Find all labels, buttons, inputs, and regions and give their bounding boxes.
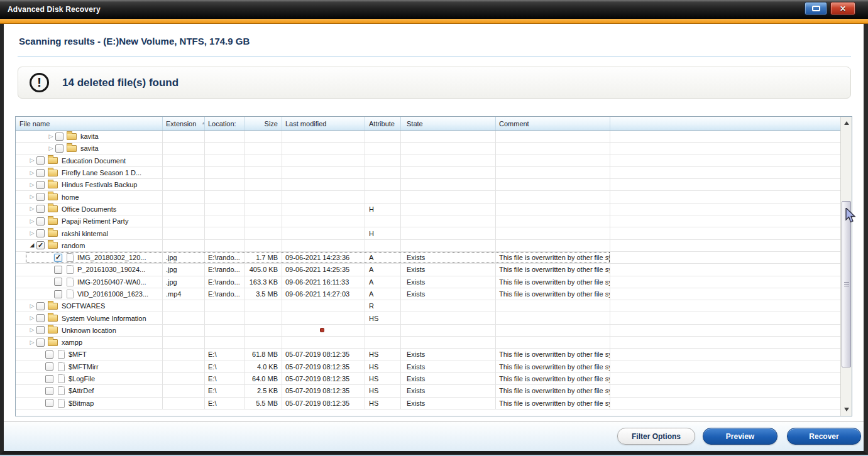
tree-expand-icon[interactable]: ▷ bbox=[28, 303, 36, 309]
restore-button[interactable] bbox=[805, 2, 827, 15]
row-checkbox[interactable] bbox=[45, 387, 53, 395]
scroll-down-button[interactable] bbox=[841, 404, 852, 415]
column-header-size[interactable]: Size bbox=[244, 117, 282, 130]
row-checkbox[interactable] bbox=[45, 362, 53, 371]
row-checkbox[interactable] bbox=[36, 181, 45, 189]
row-checkbox[interactable] bbox=[36, 339, 45, 347]
row-checkbox[interactable] bbox=[36, 217, 45, 225]
row-checkbox[interactable] bbox=[54, 278, 62, 286]
folder-icon bbox=[67, 145, 77, 152]
row-checkbox[interactable] bbox=[36, 302, 45, 310]
row-checkbox[interactable] bbox=[45, 375, 53, 383]
row-checkbox[interactable] bbox=[54, 266, 62, 274]
close-button[interactable]: ✕ bbox=[830, 2, 855, 15]
cell-filler bbox=[610, 264, 840, 275]
cell-size bbox=[244, 325, 282, 336]
table-row[interactable]: $MFTMirrE:\4.0 KB05-07-2019 08:12:35HSEx… bbox=[16, 361, 840, 373]
tree-expand-icon[interactable]: ▷ bbox=[28, 340, 36, 345]
column-header-ext[interactable]: Extension▲ bbox=[163, 117, 205, 130]
cell-comment bbox=[496, 337, 610, 348]
table-row[interactable]: ▷rakshi kinternalH bbox=[16, 227, 840, 239]
row-label: $MFTMirr bbox=[69, 363, 99, 371]
table-row[interactable]: ▷System Volume InformationHS bbox=[16, 312, 840, 324]
table-row[interactable]: IMG_20180302_120....jpgE:\rando...1.7 MB… bbox=[16, 252, 840, 264]
tree-expand-icon[interactable]: ▷ bbox=[47, 134, 55, 139]
column-header-comment[interactable]: Comment bbox=[496, 117, 610, 130]
filter-options-button[interactable]: Filter Options bbox=[617, 428, 695, 445]
table-row[interactable]: P_20161030_19024....jpgE:\rando...405.0 … bbox=[16, 264, 840, 276]
row-checkbox[interactable] bbox=[36, 326, 45, 334]
row-checkbox[interactable] bbox=[54, 290, 62, 298]
table-row[interactable]: ▷Papaji Retiment Party bbox=[16, 215, 840, 227]
tree-expand-icon[interactable]: ▷ bbox=[28, 182, 36, 188]
cell-filler bbox=[610, 143, 840, 154]
folder-icon bbox=[48, 182, 58, 188]
cell-filler bbox=[610, 373, 840, 384]
table-row[interactable]: ▷Education Document bbox=[16, 155, 840, 167]
tree-collapse-icon[interactable]: ◢ bbox=[28, 242, 36, 248]
recover-button[interactable]: Recover bbox=[787, 428, 861, 445]
table-row[interactable]: $AttrDefE:\2.5 KB05-07-2019 08:12:35HSEx… bbox=[16, 385, 840, 397]
table-row[interactable]: ▷kavita bbox=[16, 131, 840, 143]
tree-expand-icon[interactable]: ▷ bbox=[28, 315, 36, 321]
tree-expand-icon[interactable]: ▷ bbox=[28, 327, 36, 333]
row-checkbox[interactable] bbox=[36, 193, 45, 201]
table-row[interactable]: $LogFileE:\64.0 MB05-07-2019 08:12:35HSE… bbox=[16, 373, 840, 385]
column-header-attr[interactable]: Attribute bbox=[365, 117, 401, 130]
row-label: Unknown location bbox=[62, 327, 116, 334]
cell-state bbox=[401, 240, 496, 251]
table-row[interactable]: ▷Firefly Lane Season 1 D... bbox=[16, 167, 840, 179]
cell-state: Exists bbox=[401, 349, 496, 360]
table-row[interactable]: ▷xampp bbox=[16, 337, 840, 349]
table-row[interactable]: ▷SOFTWARESR bbox=[16, 300, 840, 312]
row-checkbox[interactable] bbox=[45, 350, 53, 359]
table-row[interactable]: IMG-20150407-WA0....jpgE:\rando...163.3 … bbox=[16, 276, 840, 288]
scroll-thumb[interactable] bbox=[842, 201, 851, 367]
tree-expand-icon[interactable]: ▷ bbox=[28, 231, 36, 236]
row-checkbox[interactable] bbox=[54, 254, 62, 262]
tree-expand-icon[interactable]: ▷ bbox=[28, 206, 36, 212]
cell-modified: 05-07-2019 08:12:35 bbox=[282, 398, 365, 409]
cell-ext bbox=[163, 204, 205, 215]
row-checkbox[interactable] bbox=[36, 156, 45, 165]
column-header-modified[interactable]: Last modified bbox=[282, 117, 365, 130]
table-row[interactable]: ▷home bbox=[16, 191, 840, 203]
column-header-state[interactable]: State bbox=[401, 117, 496, 130]
row-checkbox[interactable] bbox=[36, 241, 45, 249]
tree-expand-icon[interactable]: ▷ bbox=[28, 170, 36, 176]
row-checkbox[interactable] bbox=[36, 314, 45, 322]
tree-expand-icon[interactable]: ▷ bbox=[28, 158, 36, 163]
preview-button[interactable]: Preview bbox=[703, 428, 777, 445]
row-checkbox[interactable] bbox=[36, 229, 45, 237]
cell-size: 64.0 MB bbox=[244, 373, 282, 384]
table-row[interactable]: ◢random bbox=[16, 240, 840, 252]
table-row[interactable]: $BitmapE:\5.5 MB05-07-2019 08:12:35HSExi… bbox=[16, 398, 840, 410]
row-checkbox[interactable] bbox=[36, 169, 45, 177]
column-header-name[interactable]: File name bbox=[16, 117, 163, 130]
row-checkbox[interactable] bbox=[55, 144, 63, 153]
column-header-loc[interactable]: Location: bbox=[205, 117, 244, 130]
title-bar: Advanced Disk Recovery ✕ bbox=[0, 0, 868, 19]
table-row[interactable]: ▷savita bbox=[16, 143, 840, 155]
scroll-up-button[interactable] bbox=[841, 118, 852, 128]
cell-comment bbox=[496, 312, 610, 323]
folder-icon bbox=[48, 157, 58, 164]
table-row[interactable]: ▷Unknown location bbox=[16, 325, 840, 337]
row-checkbox[interactable] bbox=[45, 399, 53, 407]
folder-icon bbox=[48, 327, 58, 334]
row-checkbox[interactable] bbox=[55, 133, 63, 141]
table-row[interactable]: $MFTE:\61.8 MB05-07-2019 08:12:35HSExist… bbox=[16, 349, 840, 361]
table-row[interactable]: ▷Office DocumentsH bbox=[16, 204, 840, 215]
tree-expand-icon[interactable]: ▷ bbox=[28, 194, 36, 200]
file-icon bbox=[67, 265, 74, 274]
table-row[interactable]: ▷Hindus Festivals Backup bbox=[16, 179, 840, 191]
tree-expand-icon[interactable]: ▷ bbox=[28, 219, 36, 224]
cell-ext bbox=[163, 240, 205, 251]
row-label: Firefly Lane Season 1 D... bbox=[62, 169, 141, 176]
cell-ext bbox=[163, 312, 205, 323]
row-checkbox[interactable] bbox=[36, 205, 45, 213]
tree-expand-icon[interactable]: ▷ bbox=[47, 146, 55, 151]
table-row[interactable]: VID_20161008_1623....mp4E:\rando...3.5 M… bbox=[16, 288, 840, 300]
vertical-scrollbar[interactable] bbox=[840, 117, 852, 416]
cell-state bbox=[401, 337, 496, 348]
